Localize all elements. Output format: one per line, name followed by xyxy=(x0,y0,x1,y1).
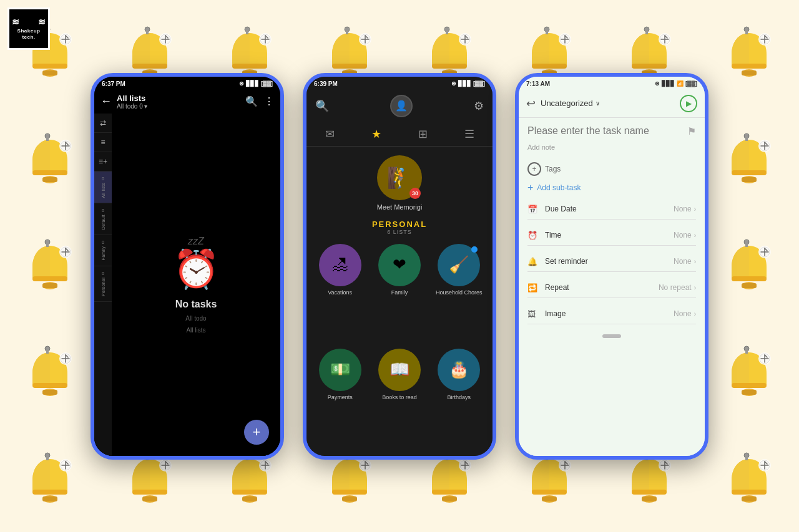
phone1-title: All lists xyxy=(117,94,240,103)
empty-subtitle1: All todo xyxy=(185,315,206,322)
household-dot xyxy=(471,246,478,253)
phone2-lists-grid: 🏖 Vacations ❤ Family 🧹 Household Chores … xyxy=(306,239,493,456)
phone3-back-button[interactable]: ↩ xyxy=(526,97,536,110)
featured-circle[interactable]: 🧗 30 xyxy=(377,155,422,200)
phones-container: 6:37 PM ⊛ ▊▊▊ [▓▓] ← All lists All todo … xyxy=(0,0,799,532)
add-subtask-row[interactable]: + Add sub-task xyxy=(527,182,696,193)
task-name-input[interactable] xyxy=(527,125,687,137)
logo-box: ≋ ≋ Shakeup tech. xyxy=(7,7,50,50)
list-item-household[interactable]: 🧹 Household Chores xyxy=(431,244,488,346)
squiggle-right: ≋ xyxy=(38,17,46,27)
phone1-signal: ▊▊▊ xyxy=(246,80,259,87)
books-circle: 📖 xyxy=(378,349,421,391)
family-circle: ❤ xyxy=(378,244,421,286)
alarm-clock-icon: ⏰ xyxy=(173,247,220,291)
repeat-label: Repeat xyxy=(545,283,659,292)
phone1-fab[interactable]: + xyxy=(244,420,269,445)
phone2-section-header: PERSONAL 6 LISTS xyxy=(306,216,493,239)
prop-image[interactable]: 🖼 Image None › xyxy=(527,304,696,324)
featured-emoji: 🧗 xyxy=(387,166,412,190)
add-note-field[interactable]: Add note xyxy=(527,143,696,151)
empty-subtitle2: All lists xyxy=(186,327,205,334)
phone2-nav: ✉ ★ ⊞ ☰ xyxy=(306,122,493,147)
phone2-status-icons: ⊛ ▊▊▊ [▓▓] xyxy=(451,80,485,87)
phone2-nav-favorites[interactable]: ★ xyxy=(371,127,381,141)
prop-reminder[interactable]: 🔔 Set reminder None › xyxy=(527,252,696,272)
birthdays-circle: 🎂 xyxy=(438,349,480,391)
sidebar-tab-personal[interactable]: 0 Personal xyxy=(94,266,112,302)
sidebar-tab-add[interactable]: ≡+ xyxy=(94,152,112,172)
category-name: Uncategorized xyxy=(541,99,593,108)
play-icon: ▶ xyxy=(686,99,692,108)
phone1-subtitle: All todo 0 ▾ xyxy=(117,103,240,110)
phone1-search-icon[interactable]: 🔍 xyxy=(245,95,258,107)
phone1-header: ← All lists All todo 0 ▾ 🔍 ⋮ xyxy=(94,90,280,114)
sidebar-tab-default[interactable]: 0 Default xyxy=(94,203,112,235)
tags-plus-button[interactable]: + xyxy=(527,162,541,176)
phone1-status-icons: ⊛ ▊▊▊ [▓▓] xyxy=(239,80,273,87)
featured-label: Meet Memorigi xyxy=(377,203,423,211)
time-icon: ⏰ xyxy=(527,231,540,240)
phone3-header: ↩ Uncategorized ∨ ▶ xyxy=(519,90,705,118)
logo-text: Shakeup tech. xyxy=(12,28,46,40)
phone1-back-button[interactable]: ← xyxy=(100,95,112,108)
reminder-value: None xyxy=(674,257,692,266)
category-selector[interactable]: Uncategorized ∨ xyxy=(541,99,675,108)
subtask-plus-icon: + xyxy=(527,182,533,193)
vacations-label: Vacations xyxy=(328,289,352,296)
payments-label: Payments xyxy=(328,394,353,400)
sidebar-tab-all[interactable]: 0 All lists xyxy=(94,172,112,203)
phone2-nav-list[interactable]: ☰ xyxy=(464,127,474,141)
tags-label: Tags xyxy=(545,165,561,173)
play-button[interactable]: ▶ xyxy=(680,95,697,112)
image-label: Image xyxy=(545,309,674,318)
phone2-nav-inbox[interactable]: ✉ xyxy=(325,127,335,141)
phone-2: 6:39 PM ⊛ ▊▊▊ [▓▓] 🔍 👤 ⚙ ✉ ★ ⊞ ☰ 🧗 30 xyxy=(303,73,496,460)
vacations-circle: 🏖 xyxy=(319,244,361,286)
phone1-sidebar: ⇄ ≡ ≡+ 0 All lists 0 Default 0 xyxy=(94,114,112,456)
prop-due-date[interactable]: 📅 Due Date None › xyxy=(527,200,696,220)
phone2-header: 🔍 👤 ⚙ xyxy=(306,90,493,122)
section-title: PERSONAL xyxy=(310,220,489,229)
list-item-vacations[interactable]: 🏖 Vacations xyxy=(311,244,368,346)
repeat-value: No repeat xyxy=(659,283,692,292)
list-item-birthdays[interactable]: 🎂 Birthdays xyxy=(431,349,488,451)
phone2-avatar[interactable]: 👤 xyxy=(390,95,413,117)
reminder-chevron: › xyxy=(694,258,696,265)
list-item-payments[interactable]: 💵 Payments xyxy=(311,349,368,451)
prop-time[interactable]: ⏰ Time None › xyxy=(527,226,696,246)
empty-title: No tasks xyxy=(175,299,217,310)
repeat-chevron: › xyxy=(694,284,696,291)
phone-1: 6:37 PM ⊛ ▊▊▊ [▓▓] ← All lists All todo … xyxy=(91,73,284,460)
time-chevron: › xyxy=(694,232,696,239)
due-date-icon: 📅 xyxy=(527,205,540,214)
phone2-gear-icon[interactable]: ⚙ xyxy=(474,99,484,113)
flag-icon[interactable]: ⚑ xyxy=(687,125,696,137)
time-label: Time xyxy=(545,231,674,239)
scroll-indicator xyxy=(527,331,696,342)
books-label: Books to read xyxy=(382,394,417,400)
phone2-search-icon[interactable]: 🔍 xyxy=(315,99,329,113)
list-item-family[interactable]: ❤ Family xyxy=(371,244,428,346)
tags-row: + Tags xyxy=(527,162,696,176)
sidebar-tab-sort[interactable]: ⇄ xyxy=(94,114,112,133)
sidebar-tab-family[interactable]: 0 Family xyxy=(94,235,112,266)
reminder-icon: 🔔 xyxy=(527,257,540,266)
image-icon: 🖼 xyxy=(527,309,540,319)
phone2-status-bar: 6:39 PM ⊛ ▊▊▊ [▓▓] xyxy=(306,77,493,90)
prop-repeat[interactable]: 🔁 Repeat No repeat › xyxy=(527,278,696,298)
list-item-books[interactable]: 📖 Books to read xyxy=(371,349,428,451)
sidebar-tab-filter[interactable]: ≡ xyxy=(94,133,112,152)
phone1-battery: [▓▓] xyxy=(261,80,273,87)
phone2-nav-calendar[interactable]: ⊞ xyxy=(418,127,428,141)
phone3-status-bar: 7:13 AM ⊛ ▊▊▊ 📶 [▓▓] xyxy=(519,77,705,90)
image-chevron: › xyxy=(694,311,696,317)
family-label: Family xyxy=(391,289,408,296)
phone1-more-icon[interactable]: ⋮ xyxy=(264,95,274,107)
repeat-icon: 🔁 xyxy=(527,283,540,293)
phone3-time: 7:13 AM xyxy=(526,80,550,87)
subtask-label: Add sub-task xyxy=(537,183,581,192)
phone-3: 7:13 AM ⊛ ▊▊▊ 📶 [▓▓] ↩ Uncategorized ∨ ▶ xyxy=(515,73,708,460)
featured-badge: 30 xyxy=(409,188,421,199)
time-value: None xyxy=(674,231,692,239)
